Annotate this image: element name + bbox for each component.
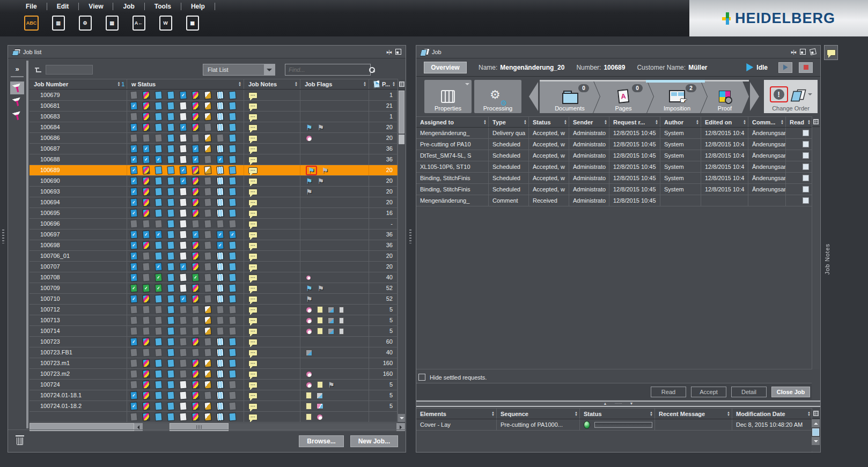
requests-column-read[interactable]: Read xyxy=(786,117,813,127)
sort-icon[interactable] xyxy=(117,81,120,87)
request-row-1[interactable]: Pre-cutting of PA10ScheduledAccepted, wA… xyxy=(416,139,813,150)
job-row-100687[interactable]: 100687✓✓✓···36 xyxy=(30,144,398,154)
close-job-button[interactable]: Close Job xyxy=(771,387,810,397)
read-checkbox[interactable] xyxy=(803,130,809,136)
job-row-100686[interactable]: 100686···20 xyxy=(30,133,398,144)
job-note-icon[interactable]: ··· xyxy=(248,414,258,420)
job-row-100693[interactable]: 100693✓···⚑20 xyxy=(30,187,398,197)
view-mode-select[interactable]: Flat List xyxy=(203,64,275,76)
sort-icon[interactable] xyxy=(564,120,567,125)
request-row-5[interactable]: Binding, StitchFinisScheduledAccepted, w… xyxy=(416,184,813,195)
job-note-icon[interactable]: ··· xyxy=(248,242,258,249)
column-config-icon[interactable] xyxy=(813,119,819,124)
job-note-icon[interactable]: ··· xyxy=(248,92,258,99)
request-row-2[interactable]: DtTest_SM74-5L, SScheduledAccepted, wAdm… xyxy=(416,150,813,161)
sort-icon[interactable] xyxy=(524,120,527,125)
request-row-6[interactable]: Mengenänderung_CommentReceivedAdministra… xyxy=(416,195,813,206)
job-row-100712[interactable]: 100712···5 xyxy=(30,305,398,315)
workflow-document-icon[interactable]: ▦ xyxy=(183,14,201,32)
read-checkbox[interactable] xyxy=(803,164,809,170)
chevron-down-icon[interactable] xyxy=(264,64,275,75)
sort-icon[interactable] xyxy=(238,81,241,87)
job-row-100724.01-18.1[interactable]: 100724.01-18.1✓···5 xyxy=(30,390,398,401)
job-row-100684[interactable]: 100684✓✓···⚑⚑20 xyxy=(30,122,398,133)
requests-column-assigned-to[interactable]: Assigned to xyxy=(416,117,489,127)
job-note-icon[interactable]: ··· xyxy=(248,392,258,399)
filter-preset-3-icon[interactable] xyxy=(10,109,24,122)
job-row-100724.01-18.2[interactable]: 100724.01-18.2✓···5 xyxy=(30,401,398,412)
new-job-button[interactable]: New Job... xyxy=(350,435,398,447)
sort-icon[interactable] xyxy=(363,81,366,87)
filter-preset-1-icon[interactable] xyxy=(10,81,24,94)
collapse-panel-icon[interactable]: ▸|◂ xyxy=(791,49,796,55)
job-list-manager-icon[interactable]: ABC xyxy=(23,14,40,32)
sort-icon[interactable] xyxy=(295,81,298,87)
sort-icon[interactable] xyxy=(781,120,784,125)
find-box[interactable] xyxy=(285,64,371,76)
job-note-icon[interactable]: ··· xyxy=(248,189,258,195)
job-row-100723.FB1[interactable]: 100723.FB1···40 xyxy=(30,347,398,358)
job-row-100723[interactable]: 100723✓···60 xyxy=(30,337,398,347)
element-row-0[interactable]: Cover - LayPre-cutting of PA1000...Dec 8… xyxy=(416,419,813,431)
column-header-pages[interactable]: P... xyxy=(369,79,398,89)
job-row-100724[interactable]: 100724···⚑5 xyxy=(30,380,398,390)
hide-settled-checkbox[interactable] xyxy=(418,374,425,381)
job-note-icon[interactable]: ··· xyxy=(248,157,258,163)
job-row-100723.m1[interactable]: 100723.m1···160 xyxy=(30,358,398,369)
center-resize-grip[interactable] xyxy=(409,229,411,243)
step-properties[interactable]: Properties xyxy=(424,80,472,113)
request-row-4[interactable]: Binding, StitchFinisScheduledAccepted, w… xyxy=(416,173,813,184)
start-button[interactable] xyxy=(778,62,792,73)
job-row-100683[interactable]: 100683···1 xyxy=(30,112,398,122)
column-config-icon[interactable] xyxy=(813,411,819,416)
job-note-icon[interactable]: ··· xyxy=(248,350,258,356)
search-input[interactable] xyxy=(285,66,369,73)
job-row-100681[interactable]: 100681✓···21 xyxy=(30,101,398,112)
job-note-icon[interactable]: ··· xyxy=(248,264,258,270)
sort-icon[interactable] xyxy=(727,411,730,417)
tree-view-icon[interactable] xyxy=(35,66,42,73)
sort-icon[interactable] xyxy=(696,120,699,125)
requests-column-request-r-[interactable]: Request r... xyxy=(609,117,660,127)
job-note-icon[interactable]: ··· xyxy=(248,103,258,109)
scrollbar-block[interactable] xyxy=(399,135,404,144)
sort-icon[interactable] xyxy=(743,120,746,125)
menu-item-edit[interactable]: Edit xyxy=(52,2,75,11)
detail-button[interactable]: Detail xyxy=(731,387,767,397)
maximize-panel-icon[interactable] xyxy=(800,49,806,55)
sort-icon[interactable] xyxy=(575,411,578,417)
menu-item-job[interactable]: Job xyxy=(117,2,139,11)
chevron-down-icon[interactable] xyxy=(808,93,812,98)
job-row-100679[interactable]: 100679✓···1 xyxy=(30,90,398,101)
job-note-icon[interactable]: ··· xyxy=(248,382,258,388)
request-row-3[interactable]: XL105-10P6, ST10ScheduledAccepted, wAdmi… xyxy=(416,161,813,173)
requests-column-author[interactable]: Author xyxy=(660,117,701,127)
job-row-100689[interactable]: 100689✓✓···⚑⚑20 xyxy=(30,165,398,176)
requests-column-edited-on[interactable]: Edited on xyxy=(701,117,748,127)
job-row-100710[interactable]: 100710✓✓···⚑52 xyxy=(30,294,398,305)
read-checkbox[interactable] xyxy=(803,197,809,204)
step-proof[interactable]: Proof xyxy=(701,80,749,113)
job-note-icon[interactable]: ··· xyxy=(248,317,258,324)
job-note-icon[interactable]: ··· xyxy=(248,371,258,377)
job-row-100694[interactable]: 100694✓···20 xyxy=(30,197,398,208)
steps-scroll-left-icon[interactable] xyxy=(529,82,538,111)
steps-scroll-right-icon[interactable] xyxy=(750,82,759,111)
read-checkbox[interactable] xyxy=(803,152,809,159)
job-note-icon[interactable]: ··· xyxy=(248,167,258,174)
read-checkbox[interactable] xyxy=(803,175,809,181)
job-row-100714[interactable]: 100714···5 xyxy=(30,326,398,337)
sort-icon[interactable] xyxy=(483,120,487,125)
step-documents[interactable]: 0 Documents xyxy=(540,80,600,113)
elements-column-recent-message[interactable]: Recent Message xyxy=(655,409,732,419)
scroll-up-button[interactable] xyxy=(812,419,820,427)
step-pages[interactable]: A 0 Pages xyxy=(593,80,653,113)
panel-splitter[interactable]: ▲⋯⋯▼ xyxy=(416,401,820,407)
job-row-clipped[interactable]: ··· xyxy=(30,412,398,422)
job-note-icon[interactable]: ··· xyxy=(248,210,258,217)
job-note-icon[interactable]: ··· xyxy=(248,135,258,142)
elements-column-elements[interactable]: Elements xyxy=(416,409,497,419)
job-row-100713[interactable]: 100713···5 xyxy=(30,315,398,326)
column-header-job-number[interactable]: Job Number 1 xyxy=(30,79,127,89)
elements-column-status[interactable]: Status xyxy=(580,409,655,419)
